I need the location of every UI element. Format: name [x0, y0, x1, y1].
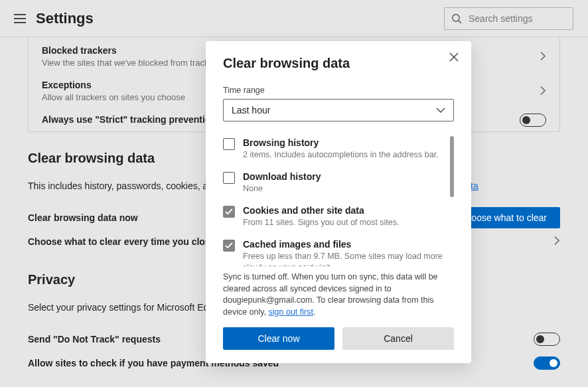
- item-title: Cookies and other site data: [243, 205, 400, 216]
- item-subtitle: Frees up less than 9.7 MB. Some sites ma…: [243, 251, 443, 266]
- dialog-actions: Clear now Cancel: [223, 327, 454, 350]
- list-scrollbar-thumb[interactable]: [450, 136, 454, 197]
- checkbox-cookies[interactable]: [223, 206, 235, 218]
- item-subtitle: From 11 sites. Signs you out of most sit…: [243, 217, 400, 228]
- item-title: Download history: [243, 171, 321, 182]
- check-icon: [225, 208, 233, 215]
- dialog-title: Clear browsing data: [223, 56, 454, 71]
- list-item-browsing-history: Browsing history 2 items. Includes autoc…: [223, 135, 454, 169]
- checkbox-browsing-history[interactable]: [223, 138, 235, 150]
- search-icon: [451, 13, 462, 24]
- time-range-value: Last hour: [232, 105, 270, 116]
- clear-items-list: Browsing history 2 items. Includes autoc…: [223, 135, 454, 266]
- dnt-label: Send "Do Not Track" requests: [28, 334, 161, 345]
- list-item-cached: Cached images and files Frees up less th…: [223, 236, 454, 266]
- payments-toggle[interactable]: [534, 356, 560, 370]
- list-item-cookies: Cookies and other site data From 11 site…: [223, 202, 454, 236]
- time-range-label: Time range: [223, 86, 454, 95]
- strict-tracking-toggle[interactable]: [520, 114, 546, 127]
- clear-now-button[interactable]: Clear now: [223, 327, 334, 350]
- clear-browsing-data-dialog: Clear browsing data Time range Last hour…: [206, 41, 471, 363]
- time-range-select[interactable]: Last hour: [223, 99, 454, 121]
- dialog-close-button[interactable]: [446, 49, 462, 65]
- clear-every-time-label: Choose what to clear every time you clos…: [28, 236, 215, 247]
- chevron-down-icon: [436, 105, 445, 116]
- list-item-download-history: Download history None: [223, 169, 454, 202]
- cancel-button[interactable]: Cancel: [342, 327, 454, 350]
- item-subtitle: None: [243, 183, 321, 194]
- sync-note: Sync is turned off. When you turn on syn…: [223, 271, 454, 318]
- svg-line-4: [459, 21, 461, 23]
- dnt-toggle[interactable]: [534, 333, 560, 346]
- sync-note-text: Sync is turned off. When you turn on syn…: [223, 272, 438, 317]
- item-subtitle: 2 items. Includes autocompletions in the…: [243, 149, 439, 161]
- check-icon: [225, 242, 233, 249]
- checkbox-download-history[interactable]: [223, 172, 235, 184]
- clear-now-label: Clear browsing data now: [28, 212, 138, 223]
- close-icon: [449, 52, 459, 62]
- svg-point-3: [453, 14, 459, 21]
- chevron-right-icon: [553, 236, 560, 248]
- hamburger-icon: [14, 14, 26, 23]
- chevron-right-icon: [540, 52, 546, 63]
- hamburger-menu-button[interactable]: [11, 9, 29, 28]
- sign-out-first-link[interactable]: sign out first: [269, 307, 313, 317]
- search-settings-field[interactable]: [444, 7, 573, 30]
- clear-subtitle-text: This includes history, passwords, cookie…: [28, 181, 213, 191]
- settings-header: Settings: [0, 0, 588, 37]
- page-title: Settings: [36, 10, 94, 27]
- item-title: Cached images and files: [243, 239, 443, 250]
- sync-note-post: .: [313, 307, 315, 317]
- chevron-right-icon: [540, 86, 546, 98]
- search-input[interactable]: [469, 13, 566, 24]
- item-title: Browsing history: [243, 137, 439, 148]
- checkbox-cached[interactable]: [223, 240, 235, 252]
